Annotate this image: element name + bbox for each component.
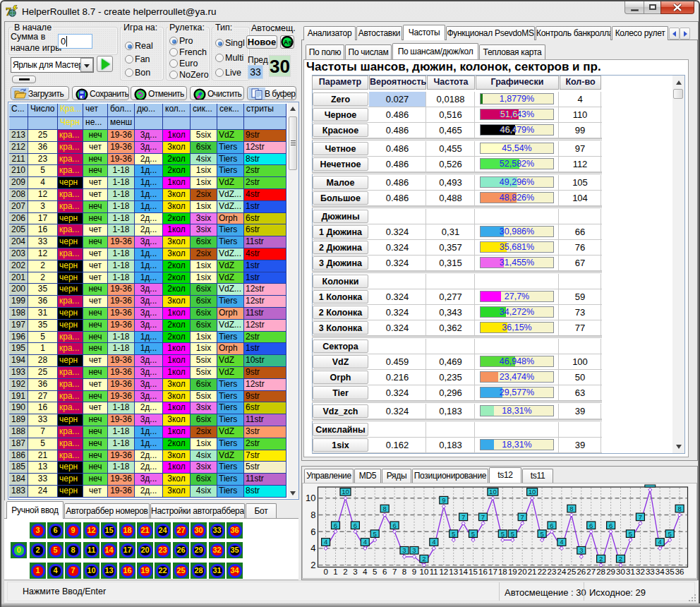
- svg-text:4: 4: [658, 538, 662, 546]
- svg-text:3: 3: [579, 546, 583, 554]
- svg-text:36: 36: [675, 567, 684, 576]
- svg-text:5: 5: [471, 530, 475, 538]
- svg-text:22: 22: [538, 567, 547, 576]
- svg-text:25: 25: [567, 567, 577, 576]
- svg-text:5: 5: [668, 530, 672, 538]
- svg-text:2: 2: [599, 555, 603, 563]
- svg-text:7: 7: [461, 513, 465, 521]
- svg-text:4: 4: [560, 538, 563, 546]
- svg-text:7: 7: [481, 513, 485, 521]
- svg-text:4: 4: [324, 538, 327, 546]
- svg-text:3: 3: [412, 546, 416, 554]
- svg-text:11: 11: [430, 567, 438, 576]
- svg-text:6: 6: [609, 522, 612, 529]
- svg-text:31: 31: [626, 567, 635, 576]
- svg-text:3: 3: [402, 546, 406, 554]
- svg-text:12: 12: [439, 567, 448, 576]
- svg-text:8: 8: [569, 505, 573, 512]
- svg-text:13: 13: [449, 567, 458, 576]
- svg-text:3: 3: [353, 567, 357, 576]
- svg-text:15: 15: [469, 567, 478, 576]
- svg-text:10: 10: [342, 488, 349, 495]
- svg-text:5: 5: [452, 530, 455, 538]
- svg-text:2: 2: [310, 560, 315, 570]
- svg-text:4: 4: [363, 567, 368, 576]
- svg-text:6: 6: [354, 522, 357, 529]
- svg-text:10: 10: [420, 567, 429, 576]
- svg-text:14: 14: [459, 567, 468, 576]
- svg-text:4: 4: [432, 538, 435, 546]
- svg-text:27: 27: [586, 567, 596, 576]
- svg-text:5: 5: [540, 530, 543, 538]
- svg-text:9: 9: [412, 567, 416, 576]
- svg-text:9: 9: [442, 496, 445, 504]
- svg-text:10: 10: [529, 488, 536, 495]
- svg-text:6: 6: [550, 522, 553, 529]
- svg-text:7: 7: [521, 513, 524, 521]
- svg-text:23: 23: [548, 567, 557, 576]
- svg-text:32: 32: [636, 567, 645, 576]
- svg-text:6: 6: [392, 522, 396, 529]
- svg-text:1: 1: [333, 567, 337, 576]
- svg-text:4: 4: [363, 538, 367, 546]
- svg-text:5: 5: [511, 530, 514, 538]
- svg-text:5: 5: [501, 530, 505, 538]
- svg-text:17: 17: [488, 567, 497, 576]
- svg-text:21: 21: [528, 567, 537, 576]
- svg-text:24: 24: [557, 567, 567, 576]
- svg-text:6: 6: [589, 522, 593, 529]
- svg-text:0: 0: [323, 567, 327, 576]
- svg-text:29: 29: [606, 567, 615, 576]
- svg-text:2: 2: [343, 567, 347, 576]
- svg-text:28: 28: [596, 567, 605, 576]
- svg-text:10: 10: [489, 488, 497, 495]
- svg-text:35: 35: [665, 567, 675, 576]
- svg-text:2: 2: [619, 555, 622, 563]
- svg-text:20: 20: [518, 567, 527, 576]
- svg-text:34: 34: [656, 567, 665, 576]
- svg-text:8: 8: [677, 505, 681, 512]
- svg-text:2: 2: [422, 555, 426, 563]
- svg-text:10: 10: [306, 493, 315, 503]
- svg-text:6: 6: [334, 522, 337, 529]
- svg-text:4: 4: [310, 543, 315, 553]
- svg-text:8: 8: [383, 505, 387, 512]
- svg-text:8: 8: [310, 510, 315, 520]
- svg-text:8: 8: [402, 567, 406, 576]
- svg-text:26: 26: [577, 567, 586, 576]
- svg-text:19: 19: [508, 567, 517, 576]
- svg-text:6: 6: [382, 567, 387, 576]
- svg-text:33: 33: [646, 567, 655, 576]
- svg-text:6: 6: [310, 527, 315, 537]
- svg-text:16: 16: [478, 567, 488, 576]
- svg-text:5: 5: [373, 530, 377, 538]
- svg-text:5: 5: [373, 567, 377, 576]
- svg-text:7: 7: [639, 513, 642, 521]
- svg-text:7: 7: [392, 567, 397, 576]
- svg-text:30: 30: [616, 567, 625, 576]
- svg-text:18: 18: [498, 567, 507, 576]
- svg-text:5: 5: [629, 530, 632, 538]
